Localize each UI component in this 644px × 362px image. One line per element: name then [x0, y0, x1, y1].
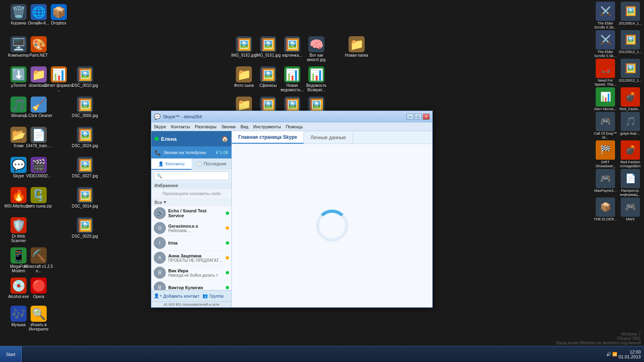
desktop-icon-fotosyna[interactable]: 🗜️ фото сына.zip	[24, 187, 53, 208]
desktop-icon-opera[interactable]: 🔴 Opera	[24, 278, 53, 299]
contact-item[interactable]: I Irina	[151, 236, 231, 251]
desktop-icon-mw3[interactable]: 🎮 MW3	[618, 197, 642, 221]
desktop-icon-date20120814[interactable]: 🖼️ 20120814_1...	[618, 2, 642, 29]
contact-item[interactable]: G Gerasimov.e.s Работаем....	[151, 221, 231, 236]
desktop-icon-novaya-papka[interactable]: 📁 Новая папка	[342, 36, 371, 58]
contact-item[interactable]: В Виктор Кулигин	[151, 280, 231, 290]
desktop-icon-maxpayne[interactable]: 🎮 MaxPayne3...	[593, 169, 617, 197]
right-icon-row: 🏎️ Need For Speed. The... 🖼️ 20120912_1.…	[593, 59, 642, 86]
icon-label-list-micros: Лист Micros...	[594, 107, 617, 111]
status-dot	[226, 256, 229, 259]
desktop-icon-paintnet[interactable]: 🎨 Paint.NET	[24, 36, 53, 58]
start-button[interactable]: Start	[0, 346, 22, 362]
desktop-icon-dsc0014[interactable]: 🖼️ DSC_0014.jpg	[70, 187, 99, 208]
menu-calls[interactable]: Звонки	[221, 124, 236, 129]
desktop-icon-otchet[interactable]: 📊 Отчет формата ...	[44, 66, 73, 92]
icon-img-maxpayne: 🎮	[596, 169, 615, 188]
contact-name: Gerasimov.e.s	[168, 224, 223, 228]
desktop-icon-dsc0027[interactable]: 🖼️ DSC_0027.jpg	[70, 157, 99, 178]
tab-contacts[interactable]: 👤 Контакты	[151, 158, 192, 170]
desktop-icon-raspro[interactable]: 📄 Распростр. информац...	[618, 169, 642, 197]
icon-label-sfinksy: Сфинксы	[259, 83, 277, 88]
skype-bottom-bar: 👤+ Добавить контакт 👥 Группа	[151, 290, 231, 301]
contact-info: Анна Зацепина ПРОЕКТЫ НЕ ПРЕДЛАГАТЬ!!!	[168, 253, 223, 263]
calls-label: Звонки на телефоны	[163, 150, 213, 155]
desktop-icon-video0002[interactable]: 🎬 VIDEO0002...	[24, 157, 53, 178]
icon-label-opera: Opera	[33, 294, 44, 299]
tab-home-page[interactable]: Главная страница Skype	[232, 131, 304, 144]
contact-avatar: 🔊	[154, 207, 166, 219]
minimize-button[interactable]: ─	[407, 113, 414, 120]
icon-img-dirt: 🏁	[596, 140, 615, 160]
tab-recent[interactable]: 🕐 Последние	[192, 158, 232, 170]
desktop-icon-nfs[interactable]: 🏎️ Need For Speed. The...	[593, 59, 617, 86]
desktop-icon-dropbox[interactable]: 📦 Dropbox	[44, 4, 73, 25]
contact-info: Виктор Кулигин	[168, 285, 223, 290]
icon-label-muzyka: Музыка	[11, 323, 25, 327]
desktop-icon-elder1[interactable]: ⚔️ The Elder Scrolls 5.Sk...	[593, 2, 617, 29]
group-button[interactable]: 👥 Группа	[202, 293, 223, 298]
desktop-icon-dsc0029[interactable]: 🖼️ DSC_0029.jpg	[70, 217, 99, 239]
desktop-icon-dsc0024[interactable]: 🖼️ DSC_0024.jpg	[70, 127, 99, 148]
desktop-icon-vedomost[interactable]: 📊 Ведомость Возврат...	[302, 66, 331, 92]
desktop-icon-iskat[interactable]: 🔍 Искать в Интернете	[24, 306, 53, 331]
right-icon-row: 📊 Лист Micros... 💣 Red_Factio...	[593, 87, 642, 111]
desktop-icon-dsc0006[interactable]: 🖼️ DSC_0006.jpg	[70, 97, 99, 118]
menu-conversations[interactable]: Разговоры	[195, 124, 217, 129]
icon-label-kartinka: картинка...	[282, 53, 302, 58]
menu-contacts[interactable]: Контакты	[171, 124, 190, 129]
desktop-icon-dirt[interactable]: 🏁 DiRT Showdown_	[593, 140, 617, 168]
desktop-icon-elder3[interactable]: 📦 THE.ELDER...	[593, 197, 617, 221]
desktop-icon-elder2[interactable]: ⚔️ The Elder Scrolls 5.Sk...	[593, 30, 617, 58]
loading-spinner	[316, 210, 348, 242]
contact-item[interactable]: 🔊 Echo / Sound Test Service	[151, 206, 231, 221]
skype-right-panel: Главная страница Skype Личные данные	[232, 131, 432, 307]
icon-img-gotyefeat: 🎵	[621, 112, 640, 131]
all-contacts-header[interactable]: Все ▾	[151, 198, 231, 206]
contact-item[interactable]: В Вик Икра Никогда не бойся делать т	[151, 265, 231, 280]
contact-name: Echo / Sound Test Service	[168, 208, 223, 218]
menu-view[interactable]: Вид	[240, 124, 248, 129]
desktop-icon-callofduty[interactable]: 🎮 Call Of Duty™ M...	[593, 112, 617, 140]
icon-img-list-micros: 📊	[596, 87, 615, 107]
maximize-button[interactable]: □	[415, 113, 422, 120]
skype-search	[151, 170, 231, 182]
skype-menubar: Skype Контакты Разговоры Звонки Вид Инст…	[151, 122, 432, 131]
search-input[interactable]	[154, 171, 229, 180]
desktop-icon-redfaction[interactable]: 💣 Red_Factio...	[618, 87, 642, 111]
icon-label-date20120912b: 20120912_1...	[619, 78, 642, 82]
icon-label-callofduty: Call Of Duty™ M...	[593, 132, 617, 140]
desktop-icon-drweb[interactable]: 🛡️ Dr.Web Scanner	[4, 217, 33, 243]
menu-skype[interactable]: Skype	[154, 124, 166, 129]
add-contact-button[interactable]: 👤+ Добавить контакт	[154, 293, 199, 298]
close-button[interactable]: ✕	[423, 113, 430, 120]
desktop-icon-redfaction2[interactable]: 💣 Red Faction Armageddon	[618, 140, 642, 168]
contact-info: Gerasimov.e.s Работаем....	[168, 224, 223, 233]
icon-img-vot-kak: 🧠	[308, 36, 324, 52]
home-icon[interactable]: 🏠	[221, 136, 228, 142]
calls-price: € 5.06	[216, 150, 228, 155]
icon-img-oneclickclean: 🧹	[31, 97, 47, 113]
menu-tools[interactable]: Инструменты	[253, 124, 281, 129]
menu-help[interactable]: Помощь	[286, 124, 303, 129]
desktop-icon-date20120912[interactable]: 🖼️ 20120912_1...	[618, 30, 642, 58]
desktop-icon-oneclickclean[interactable]: 🧹 1-Click Cleaner	[24, 97, 53, 118]
favorites-header: Избранное	[151, 182, 231, 189]
contact-avatar: В	[154, 267, 166, 279]
tab-personal-data[interactable]: Личные данные	[304, 131, 353, 144]
desktop-icon-list-micros[interactable]: 📊 Лист Micros...	[593, 87, 617, 111]
desktop-icon-vot-kak[interactable]: 🧠 Вот как много!.jpg	[302, 36, 331, 62]
icon-img-fotosyna: 🗜️	[31, 187, 47, 203]
desktop-icon-minecraft[interactable]: ⛏️ Minecraft v1.2.5 о...	[24, 247, 53, 273]
desktop-icon-dsc0010[interactable]: 🖼️ DSC_0010.jpg	[70, 66, 99, 88]
desktop-icon-date20120912b[interactable]: 🖼️ 20120912_1...	[618, 59, 642, 86]
icon-img-redfaction: 💣	[621, 87, 640, 107]
icon-img-novaya-papka: 📁	[349, 36, 365, 52]
skype-calls-bar[interactable]: 📞 Звонки на телефоны € 5.06	[151, 146, 231, 158]
contacts-list: Избранное Перетащите контакты сюда Все ▾…	[151, 182, 231, 290]
desktop-icon-gotyefeat[interactable]: 🎵 gotye-feat-...	[618, 112, 642, 140]
icon-label-dsc0014: DSC_0014.jpg	[72, 204, 98, 208]
desktop-icon-train14478[interactable]: 📄 14478_train....	[24, 127, 53, 148]
contact-item[interactable]: А Анна Зацепина ПРОЕКТЫ НЕ ПРЕДЛАГАТЬ!!!	[151, 251, 231, 265]
contact-status: Никогда не бойся делать т	[168, 273, 223, 278]
